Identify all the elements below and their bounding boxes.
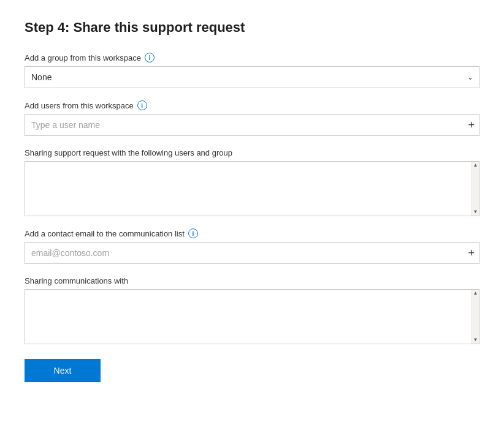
- plus-icon: +: [468, 119, 475, 130]
- plus-icon: +: [468, 247, 475, 258]
- next-button[interactable]: Next: [25, 359, 101, 382]
- email-input[interactable]: [25, 242, 479, 264]
- scroll-down-icon[interactable]: ▼: [473, 338, 478, 342]
- group-section: Add a group from this workspace i None ⌄: [25, 53, 479, 88]
- users-section: Add users from this workspace i +: [25, 100, 479, 136]
- sharing-users-section: Sharing support request with the followi…: [25, 148, 479, 216]
- group-dropdown-wrapper: None ⌄: [25, 66, 479, 88]
- group-info-icon[interactable]: i: [145, 53, 155, 62]
- scroll-up-icon[interactable]: ▲: [473, 163, 478, 168]
- sharing-comms-box: ▲ ▼: [25, 289, 479, 344]
- scroll-up-icon[interactable]: ▲: [473, 291, 478, 296]
- page-title: Step 4: Share this support request: [25, 20, 479, 36]
- sharing-comms-section: Sharing communications with ▲ ▼: [25, 276, 479, 344]
- sharing-users-scrollbar[interactable]: ▲ ▼: [472, 162, 479, 216]
- username-input[interactable]: [25, 114, 479, 136]
- sharing-comms-scrollbar[interactable]: ▲ ▼: [472, 290, 479, 344]
- sharing-users-label: Sharing support request with the followi…: [25, 148, 479, 157]
- email-label: Add a contact email to the communication…: [25, 228, 479, 238]
- email-input-wrapper: +: [25, 242, 479, 264]
- sharing-comms-label: Sharing communications with: [25, 276, 479, 285]
- bottom-actions: Next: [25, 359, 479, 382]
- email-section: Add a contact email to the communication…: [25, 228, 479, 264]
- sharing-users-box: ▲ ▼: [25, 161, 479, 216]
- users-input-wrapper: +: [25, 114, 479, 136]
- add-email-button[interactable]: +: [468, 247, 475, 258]
- scroll-down-icon[interactable]: ▼: [473, 209, 478, 214]
- users-info-icon[interactable]: i: [137, 100, 147, 110]
- email-info-icon[interactable]: i: [188, 228, 198, 238]
- add-user-button[interactable]: +: [468, 119, 475, 130]
- group-label: Add a group from this workspace i: [25, 53, 479, 62]
- users-label: Add users from this workspace i: [25, 100, 479, 110]
- group-dropdown[interactable]: None: [25, 66, 479, 88]
